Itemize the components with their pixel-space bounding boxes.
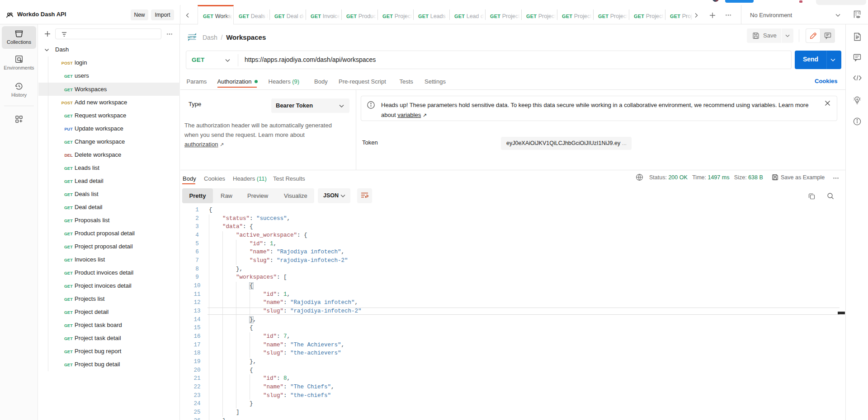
svg-text:HTTP: HTTP	[188, 35, 196, 39]
